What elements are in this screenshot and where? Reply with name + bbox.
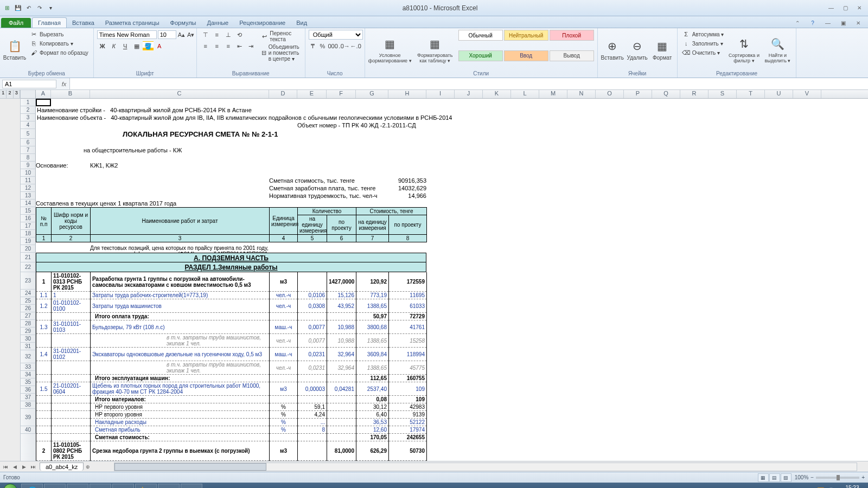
format-cells-button[interactable]: ▦Формат <box>651 30 674 69</box>
style-cell[interactable]: Обычный <box>458 30 503 41</box>
bold-button[interactable]: Ж <box>97 41 108 51</box>
grow-font-icon[interactable]: A▴ <box>177 30 186 40</box>
format-painter-button[interactable]: 🖌Формат по образцу <box>28 48 90 57</box>
row-header[interactable]: 2 <box>21 106 36 114</box>
merge-center-button[interactable]: ⊟Объединить и поместить в центре ▾ <box>260 43 304 62</box>
column-header[interactable]: K <box>483 90 511 98</box>
zoom-out-icon[interactable]: − <box>810 474 814 480</box>
tab-last-icon[interactable]: ⏭ <box>29 463 37 471</box>
style-cell[interactable]: Ввод <box>504 50 548 61</box>
indent-dec-icon[interactable]: ⇤ <box>234 41 245 51</box>
horizontal-scrollbar[interactable] <box>114 463 857 471</box>
ribbon-minimize-icon[interactable]: ⌃ <box>791 18 804 28</box>
style-cell[interactable]: Нейтральный <box>504 30 548 41</box>
column-header[interactable]: V <box>793 90 821 98</box>
insert-cells-button[interactable]: ⊕Вставить <box>601 30 624 69</box>
row-header[interactable]: 32 <box>21 350 36 363</box>
cell-styles-gallery[interactable]: ОбычныйНейтральныйПлохойХорошийВводВывод <box>458 30 594 69</box>
column-header[interactable]: D <box>269 90 297 98</box>
row-header[interactable]: 13 <box>21 192 36 200</box>
new-sheet-icon[interactable]: ⊕ <box>84 463 92 471</box>
taskbar-ie-icon[interactable]: 🌐 <box>21 484 43 488</box>
formula-input[interactable] <box>69 78 868 89</box>
sort-filter-button[interactable]: ⇅Сортировка и фильтр ▾ <box>727 30 760 69</box>
indent-inc-icon[interactable]: ⇥ <box>246 41 257 51</box>
column-header[interactable]: L <box>511 90 539 98</box>
style-cell[interactable]: Вывод <box>550 50 594 61</box>
wrap-text-button[interactable]: ↩Перенос текста <box>260 30 304 43</box>
align-center-icon[interactable]: ≡ <box>212 41 222 51</box>
outline-columns[interactable]: 1 2 3 <box>0 90 21 461</box>
column-header[interactable]: H <box>388 90 426 98</box>
sheet-tab[interactable]: a0_abc4_kz <box>40 463 84 471</box>
redo-icon[interactable]: ↷ <box>35 3 44 13</box>
row-header[interactable]: 20 <box>21 245 36 253</box>
column-header[interactable]: C <box>90 90 269 98</box>
row-header[interactable]: 34 <box>21 371 36 378</box>
normal-view-icon[interactable]: ▦ <box>758 473 769 482</box>
row-header[interactable]: 19 <box>21 237 36 245</box>
column-header[interactable]: T <box>737 90 765 98</box>
close-button[interactable]: ✕ <box>853 3 866 13</box>
tab-prev-icon[interactable]: ◀ <box>10 463 19 471</box>
row-header[interactable]: 38 <box>21 401 36 409</box>
row-header[interactable]: 12 <box>21 184 36 192</box>
conditional-formatting-button[interactable]: ▦ Условное форматирование ▾ <box>368 30 412 69</box>
fill-color-button[interactable]: 🪣 <box>143 41 154 51</box>
style-cell[interactable]: Плохой <box>550 30 594 41</box>
autosum-button[interactable]: ΣАвтосумма ▾ <box>681 30 726 38</box>
outline-level-3[interactable]: 3 <box>14 90 20 98</box>
row-header[interactable]: 24 <box>21 290 36 297</box>
taskbar-outlook-icon[interactable]: ✉ <box>112 484 134 488</box>
column-header[interactable]: Q <box>652 90 680 98</box>
zoom-thumb[interactable] <box>837 475 840 480</box>
zoom-in-icon[interactable]: + <box>861 474 865 480</box>
italic-button[interactable]: К <box>108 41 119 51</box>
paste-button[interactable]: 📋 Вставить <box>3 30 26 69</box>
align-right-icon[interactable]: ≡ <box>223 41 234 51</box>
row-header[interactable]: 21 <box>21 253 36 262</box>
orientation-icon[interactable]: ⟲ <box>234 30 245 40</box>
fx-icon[interactable]: fx <box>59 81 69 87</box>
minimize-button[interactable]: — <box>825 3 838 13</box>
row-header[interactable]: 11 <box>21 177 36 184</box>
format-as-table-button[interactable]: ▦ Форматировать как таблицу ▾ <box>414 30 456 69</box>
doc-restore-icon[interactable]: ▣ <box>837 18 850 28</box>
style-cell[interactable]: Хороший <box>458 50 503 61</box>
sheet-grid[interactable]: ABCDEFGHIJKLMNOPQRSTUV 12345678910111213… <box>21 90 868 461</box>
cut-button[interactable]: ✂Вырезать <box>28 30 90 38</box>
tab-page-layout[interactable]: Разметка страницы <box>100 18 165 28</box>
column-header[interactable]: U <box>765 90 793 98</box>
tab-formulas[interactable]: Формулы <box>165 18 202 28</box>
fill-button[interactable]: ↓Заполнить ▾ <box>681 39 726 48</box>
taskbar-word-icon[interactable]: W <box>158 484 180 488</box>
find-select-button[interactable]: 🔍Найти и выделить ▾ <box>762 30 793 69</box>
zoom-slider[interactable] <box>816 477 859 479</box>
column-header[interactable]: G <box>356 90 388 98</box>
column-header[interactable]: A <box>36 90 51 98</box>
column-header[interactable]: P <box>624 90 652 98</box>
inc-decimal-icon[interactable]: .0→ <box>339 41 350 51</box>
row-header[interactable]: 40 <box>21 426 36 434</box>
system-clock[interactable]: 15:23 13.03.2017 <box>839 485 866 488</box>
taskbar-chrome-icon[interactable]: ◉ <box>90 484 111 488</box>
taskbar-explorer-icon[interactable]: 📁 <box>44 484 66 488</box>
row-header[interactable]: 3 <box>21 114 36 121</box>
font-size-combo[interactable] <box>158 30 176 39</box>
name-box[interactable] <box>2 80 56 88</box>
align-left-icon[interactable]: ≡ <box>200 41 211 51</box>
font-name-combo[interactable] <box>97 30 157 39</box>
tab-insert[interactable]: Вставка <box>67 18 100 28</box>
percent-icon[interactable]: % <box>318 41 327 51</box>
outline-level-1[interactable]: 1 <box>0 90 7 98</box>
taskbar-media-icon[interactable]: ▶ <box>67 484 88 488</box>
shrink-font-icon[interactable]: A▾ <box>187 30 195 40</box>
start-button[interactable] <box>0 483 21 488</box>
row-header[interactable]: 25 <box>21 297 36 305</box>
align-middle-icon[interactable]: ≡ <box>212 30 222 40</box>
row-header[interactable]: 14 <box>21 200 36 207</box>
row-header[interactable]: 8 <box>21 154 36 162</box>
column-header[interactable]: S <box>709 90 737 98</box>
delete-cells-button[interactable]: ⊖Удалить <box>626 30 649 69</box>
maximize-button[interactable]: ▢ <box>839 3 852 13</box>
